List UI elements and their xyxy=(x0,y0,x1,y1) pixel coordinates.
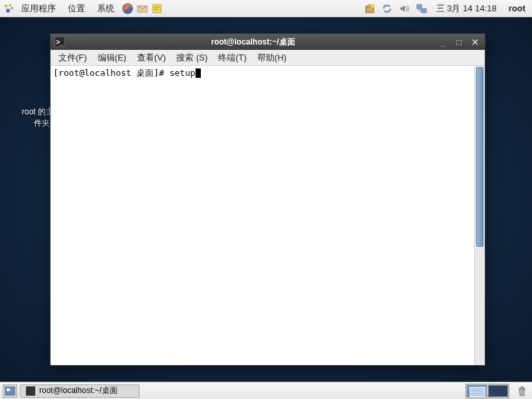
svg-rect-19 xyxy=(521,386,523,388)
sync-icon[interactable] xyxy=(380,2,394,15)
menubar: 文件(F) 编辑(E) 查看(V) 搜索 (S) 终端(T) 帮助(H) xyxy=(51,50,485,66)
terminal-content[interactable]: [root@localhost 桌面]# setup xyxy=(51,66,474,365)
menu-file[interactable]: 文件(F) xyxy=(53,51,92,65)
bottom-panel: root@localhost:~/桌面 xyxy=(0,382,532,399)
menu-view[interactable]: 查看(V) xyxy=(132,51,171,65)
package-updater-icon[interactable] xyxy=(363,2,376,15)
menu-help[interactable]: 帮助(H) xyxy=(252,51,292,65)
svg-rect-17 xyxy=(7,388,10,391)
maximize-button[interactable]: □ xyxy=(453,37,465,47)
workspace-1[interactable] xyxy=(467,385,487,397)
scrollbar-thumb[interactable] xyxy=(476,67,483,247)
svg-point-3 xyxy=(6,9,10,13)
titlebar[interactable]: >_ root@localhost:~/桌面 _ □ ✕ xyxy=(51,34,485,50)
prompt-text: [root@localhost 桌面]# xyxy=(53,68,170,78)
minimize-button[interactable]: _ xyxy=(437,37,449,47)
taskbar-item-label: root@localhost:~/桌面 xyxy=(39,385,118,396)
workspace-2[interactable] xyxy=(488,385,508,397)
terminal-body: [root@localhost 桌面]# setup xyxy=(51,66,485,365)
show-desktop-button[interactable] xyxy=(3,384,17,398)
menu-search[interactable]: 搜索 (S) xyxy=(171,51,213,65)
svg-point-10 xyxy=(370,4,374,8)
workspace-switcher xyxy=(466,384,509,398)
firefox-icon[interactable] xyxy=(121,2,134,15)
svg-point-1 xyxy=(9,4,11,6)
notes-icon[interactable] xyxy=(150,2,164,15)
menu-places[interactable]: 位置 xyxy=(63,1,90,16)
menu-applications[interactable]: 应用程序 xyxy=(16,1,61,16)
taskbar-item-terminal[interactable]: root@localhost:~/桌面 xyxy=(20,384,140,398)
trash-icon[interactable] xyxy=(515,384,529,398)
terminal-app-icon: >_ xyxy=(55,37,65,47)
menu-system[interactable]: 系统 xyxy=(92,1,120,16)
menu-edit[interactable]: 编辑(E) xyxy=(92,51,132,65)
user-indicator[interactable]: root xyxy=(505,3,529,13)
window-title: root@localhost:~/桌面 xyxy=(69,37,437,48)
mail-icon[interactable] xyxy=(136,2,149,15)
gnome-foot-icon xyxy=(3,3,15,15)
clock[interactable]: 三 3月 14 14:18 xyxy=(432,3,501,15)
svg-point-2 xyxy=(11,7,13,9)
terminal-cursor xyxy=(196,68,201,78)
menu-terminal[interactable]: 终端(T) xyxy=(213,51,252,65)
volume-icon[interactable] xyxy=(398,2,411,15)
command-text: setup xyxy=(170,68,196,78)
terminal-window: >_ root@localhost:~/桌面 _ □ ✕ 文件(F) 编辑(E)… xyxy=(50,33,485,366)
terminal-taskbar-icon xyxy=(26,386,35,396)
top-panel: 应用程序 位置 系统 三 3月 14 14:18 root xyxy=(0,0,532,17)
svg-rect-18 xyxy=(519,388,525,389)
network-icon[interactable] xyxy=(415,2,428,15)
svg-rect-6 xyxy=(153,5,161,13)
svg-point-0 xyxy=(5,5,7,7)
svg-rect-11 xyxy=(417,5,422,9)
close-button[interactable]: ✕ xyxy=(469,37,481,47)
scrollbar[interactable] xyxy=(474,66,485,365)
